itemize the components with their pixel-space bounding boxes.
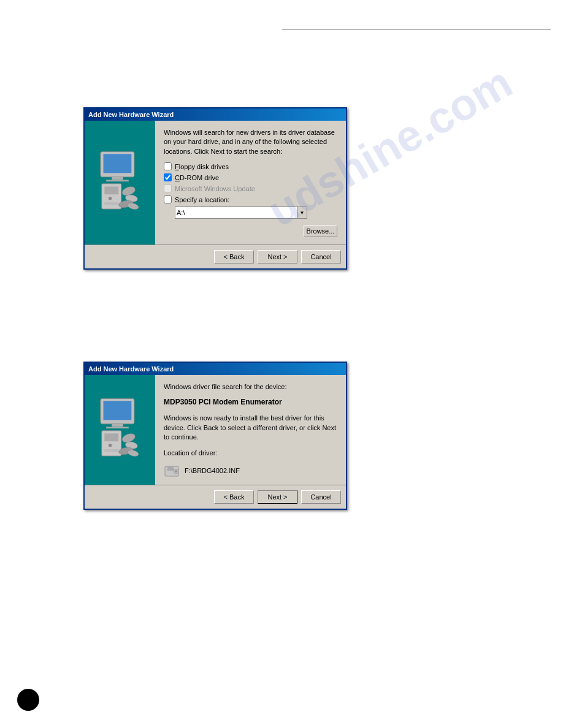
location-input-row: ▼ (175, 207, 337, 219)
cdrom-checkbox-item: CD-ROM drive (164, 173, 337, 181)
next-button-1[interactable]: Next > (258, 250, 297, 264)
computer-svg-2 (93, 396, 148, 463)
device-name: MDP3050 PCI Modem Enumerator (164, 398, 337, 406)
specify-location-checkbox-item: Specify a location: (164, 195, 337, 203)
wizard-illustration-panel-2 (85, 375, 155, 485)
svg-point-27 (175, 470, 177, 472)
wizard-footer-1: < Back Next > Cancel (85, 245, 346, 268)
search-text: Windows driver file search for the devic… (164, 382, 337, 392)
top-decorative-line (282, 29, 551, 30)
floppy-checkbox-item: Floppy disk drives (164, 162, 337, 170)
wizard-title-1: Add New Hardware Wizard (88, 111, 174, 118)
svg-point-6 (108, 197, 112, 200)
svg-rect-25 (167, 466, 174, 471)
wizard-description-1: Windows will search for new drivers in i… (164, 128, 337, 156)
wizard-titlebar-2: Add New Hardware Wizard (85, 363, 346, 375)
back-button-2[interactable]: < Back (214, 490, 254, 504)
disk-icon (164, 464, 181, 477)
wizard-content-2: Windows driver file search for the devic… (155, 375, 346, 485)
wizard-dialog-1: Add New Hardware Wizard (83, 107, 347, 270)
page-number-circle (17, 689, 39, 711)
wizard-illustration-panel-1 (85, 121, 155, 245)
back-button-1[interactable]: < Back (214, 250, 254, 264)
svg-rect-7 (104, 202, 118, 205)
svg-rect-19 (104, 450, 118, 453)
wizard-title-2: Add New Hardware Wizard (88, 365, 174, 373)
svg-rect-2 (112, 177, 123, 180)
driver-location-row: F:\BRDG4002.INF (164, 464, 337, 477)
next-button-2[interactable]: Next > (258, 490, 297, 504)
cancel-button-1[interactable]: Cancel (301, 250, 341, 264)
cdrom-label: CD-ROM drive (175, 174, 219, 181)
location-label: Location of driver: (164, 449, 337, 458)
ready-text: Windows is now ready to install the best… (164, 414, 337, 442)
winupdate-checkbox-item: Microsoft Windows Update (164, 184, 337, 192)
svg-rect-5 (104, 186, 118, 194)
wizard-titlebar-1: Add New Hardware Wizard (85, 108, 346, 121)
wizard-footer-2: < Back Next > Cancel (85, 485, 346, 509)
driver-path: F:\BRDG4002.INF (185, 467, 240, 474)
computer-svg-1 (93, 149, 148, 216)
svg-rect-1 (103, 154, 131, 173)
cancel-button-2[interactable]: Cancel (301, 490, 341, 504)
specify-location-label: Specify a location: (175, 196, 229, 203)
location-input[interactable] (175, 207, 297, 219)
specify-location-checkbox[interactable] (164, 195, 172, 203)
wizard-dialog-2: Add New Hardware Wizard (83, 362, 347, 510)
winupdate-checkbox (164, 184, 172, 192)
floppy-label: Floppy disk drives (175, 163, 229, 170)
floppy-checkbox[interactable] (164, 162, 172, 170)
svg-point-18 (108, 444, 112, 447)
svg-rect-3 (106, 180, 129, 181)
wizard-content-1: Windows will search for new drivers in i… (155, 121, 346, 245)
browse-button[interactable]: Browse... (304, 225, 337, 237)
svg-rect-13 (103, 401, 131, 420)
location-dropdown-arrow[interactable]: ▼ (297, 207, 307, 219)
svg-rect-14 (112, 424, 123, 427)
svg-rect-17 (104, 434, 118, 442)
winupdate-label: Microsoft Windows Update (175, 185, 255, 192)
cdrom-checkbox[interactable] (164, 173, 172, 181)
svg-rect-15 (106, 427, 129, 429)
